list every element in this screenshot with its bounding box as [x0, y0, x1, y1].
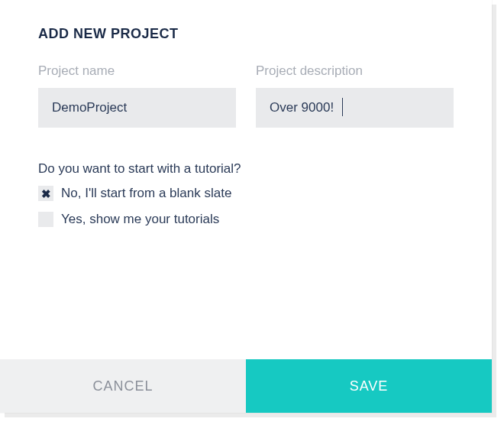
checkbox-yes[interactable]: [38, 212, 53, 227]
text-cursor: [342, 98, 343, 116]
checkbox-no-label: No, I'll start from a blank slate: [61, 186, 231, 201]
modal-content: ADD NEW PROJECT Project name Project des…: [0, 0, 492, 359]
project-description-field: Project description: [256, 63, 454, 128]
fields-row: Project name Project description: [38, 63, 454, 128]
checkbox-yes-label: Yes, show me your tutorials: [61, 212, 219, 227]
project-description-label: Project description: [256, 63, 454, 79]
project-name-input[interactable]: [38, 88, 236, 128]
button-row: CANCEL SAVE: [0, 359, 492, 413]
tutorial-question: Do you want to start with a tutorial?: [38, 161, 454, 177]
tutorial-option-yes[interactable]: Yes, show me your tutorials: [38, 212, 454, 227]
project-description-input[interactable]: [256, 88, 454, 128]
project-description-wrap: [256, 88, 454, 128]
tutorial-section: Do you want to start with a tutorial? No…: [38, 161, 454, 227]
project-name-label: Project name: [38, 63, 236, 79]
save-button[interactable]: SAVE: [246, 359, 492, 413]
checkbox-no[interactable]: [38, 186, 53, 201]
modal-title: ADD NEW PROJECT: [38, 26, 454, 42]
cancel-button[interactable]: CANCEL: [0, 359, 246, 413]
add-project-modal: ADD NEW PROJECT Project name Project des…: [0, 0, 492, 413]
project-name-field: Project name: [38, 63, 236, 128]
tutorial-option-no[interactable]: No, I'll start from a blank slate: [38, 186, 454, 201]
